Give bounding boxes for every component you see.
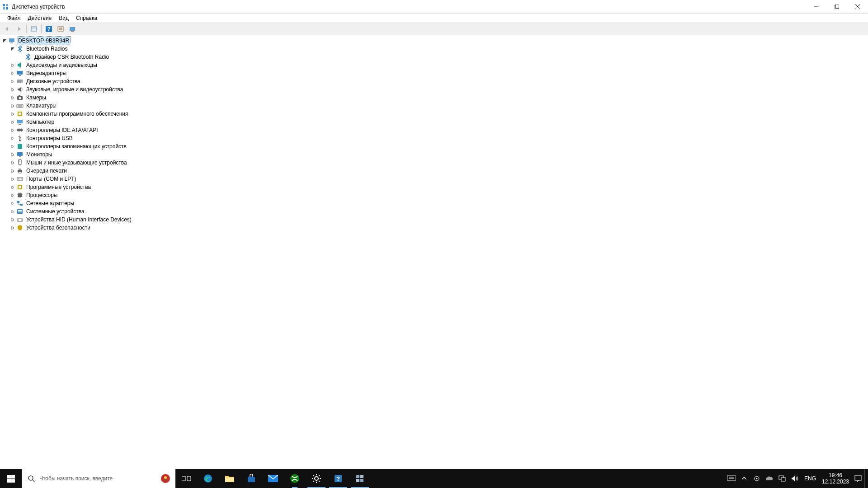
tree-expander-closed[interactable]	[10, 62, 15, 68]
tree-expander-closed[interactable]	[10, 225, 15, 230]
tray-notifications-icon[interactable]	[852, 469, 864, 488]
tree-node-category[interactable]: Bluetooth Radios	[10, 45, 868, 53]
taskbar-app-mail[interactable]	[262, 469, 284, 488]
show-desktop-button[interactable]	[864, 469, 867, 488]
tree-expander-closed[interactable]	[10, 152, 15, 157]
svg-rect-43	[17, 152, 23, 156]
tree-node-category[interactable]: Процессоры	[10, 191, 868, 199]
tree-expander-closed[interactable]	[10, 201, 15, 206]
menu-view[interactable]: Вид	[55, 14, 72, 22]
menu-file[interactable]: Файл	[4, 14, 24, 22]
scan-hardware-button[interactable]	[67, 23, 78, 34]
taskbar-app-device-manager[interactable]	[349, 469, 371, 488]
bluetooth-icon	[16, 45, 24, 52]
tree-label: Процессоры	[25, 191, 59, 199]
tree-expander-closed[interactable]	[10, 111, 15, 117]
software-icon	[16, 110, 24, 117]
security-icon	[16, 224, 24, 231]
search-box[interactable]: Чтобы начать поиск, введите	[22, 469, 175, 488]
tree-node-category[interactable]: Контроллеры запоминающих устройств	[10, 142, 868, 150]
tray-onedrive-icon[interactable]	[763, 469, 776, 488]
tray-overflow-icon[interactable]	[738, 469, 750, 488]
tree-expander-closed[interactable]	[10, 79, 15, 84]
tree-node-category[interactable]: Устройства HID (Human Interface Devices)	[10, 216, 868, 224]
toolbar-separator	[41, 24, 42, 33]
tray-location-icon[interactable]	[750, 469, 763, 488]
svg-rect-67	[18, 210, 22, 211]
tray-network-icon[interactable]	[776, 469, 788, 488]
start-button[interactable]	[0, 469, 22, 488]
tree-node-category[interactable]: Звуковые, игровые и видеоустройства	[10, 85, 868, 94]
tree-expander-closed[interactable]	[10, 95, 15, 100]
tree-expander-closed[interactable]	[10, 103, 15, 108]
back-button[interactable]	[2, 23, 13, 34]
device-tree[interactable]: DESKTOP-9B3R94RBluetooth RadiosДрайвер C…	[0, 35, 868, 469]
monitor-icon	[16, 151, 24, 158]
tree-node-category[interactable]: Контроллеры IDE ATA/ATAPI	[10, 126, 868, 134]
tree-expander-closed[interactable]	[10, 160, 15, 165]
tree-expander-closed[interactable]	[10, 127, 15, 133]
tree-expander-closed[interactable]	[10, 70, 15, 76]
tree-node-category[interactable]: Контроллеры USB	[10, 134, 868, 142]
taskbar-app-xbox[interactable]	[284, 469, 306, 488]
tree-expander-closed[interactable]	[10, 87, 15, 92]
tree-node-category[interactable]: Видеоадаптеры	[10, 69, 868, 77]
tree-node-category[interactable]: Порты (COM и LPT)	[10, 175, 868, 183]
tree-node-category[interactable]: Компоненты программного обеспечения	[10, 110, 868, 118]
svg-point-86	[290, 474, 299, 483]
tree-expander-closed[interactable]	[10, 192, 15, 198]
taskbar-app-store[interactable]	[241, 469, 262, 488]
help-button[interactable]: ?	[43, 23, 54, 34]
tray-volume-icon[interactable]	[788, 469, 801, 488]
tree-node-root[interactable]: DESKTOP-9B3R94R	[2, 37, 868, 45]
tree-label: Драйвер CSR Bluetooth Radio	[33, 53, 110, 61]
tree-label: Программные устройства	[25, 183, 92, 191]
tree-expander-closed[interactable]	[10, 184, 15, 190]
tree-node-category[interactable]: Клавиатуры	[10, 102, 868, 110]
tree-label: Контроллеры IDE ATA/ATAPI	[25, 126, 99, 134]
tree-expander-closed[interactable]	[10, 209, 15, 214]
tree-node-device[interactable]: Драйвер CSR Bluetooth Radio	[18, 53, 868, 61]
tree-expander-closed[interactable]	[10, 119, 15, 125]
tree-node-category[interactable]: Сетевые адаптеры	[10, 199, 868, 207]
tree-label: Мониторы	[25, 150, 53, 159]
tree-expander-closed[interactable]	[10, 144, 15, 149]
taskbar-app-edge[interactable]	[197, 469, 219, 488]
svg-rect-74	[7, 479, 11, 483]
close-button[interactable]	[847, 0, 868, 13]
tray-language[interactable]: ENG	[801, 469, 819, 488]
task-view-button[interactable]	[175, 469, 197, 488]
tree-node-category[interactable]: Мониторы	[10, 150, 868, 159]
forward-button[interactable]	[14, 23, 24, 34]
menu-action[interactable]: Действие	[24, 14, 56, 22]
taskbar-app-explorer[interactable]	[219, 469, 241, 488]
tree-expander-closed[interactable]	[10, 176, 15, 182]
tree-node-category[interactable]: Мыши и иные указывающие устройства	[10, 159, 868, 167]
tree-node-category[interactable]: Компьютер	[10, 118, 868, 126]
tree-expander-open[interactable]	[10, 46, 15, 52]
usb-icon	[16, 135, 24, 142]
svg-rect-84	[248, 477, 255, 482]
minimize-button[interactable]	[806, 0, 826, 13]
maximize-button[interactable]	[826, 0, 847, 13]
taskbar-app-tips[interactable]: ?	[327, 469, 349, 488]
tray-clock[interactable]: 19:46 12.12.2023	[819, 469, 852, 488]
menu-help[interactable]: Справка	[72, 14, 101, 22]
taskbar-app-settings[interactable]	[306, 469, 327, 488]
tree-expander-closed[interactable]	[10, 168, 15, 174]
tray-touch-keyboard-icon[interactable]	[725, 469, 738, 488]
tree-label: Устройства безопасности	[25, 224, 91, 232]
tree-node-category[interactable]: Дисковые устройства	[10, 77, 868, 85]
tree-expander-closed[interactable]	[10, 136, 15, 141]
tree-expander-closed[interactable]	[10, 217, 15, 222]
tree-node-category[interactable]: Программные устройства	[10, 183, 868, 191]
properties-button[interactable]	[55, 23, 66, 34]
tree-node-category[interactable]: Устройства безопасности	[10, 224, 868, 232]
show-hidden-button[interactable]	[28, 23, 39, 34]
tree-node-category[interactable]: Аудиовходы и аудиовыходы	[10, 61, 868, 69]
tree-node-category[interactable]: Очереди печати	[10, 167, 868, 175]
tree-label: Мыши и иные указывающие устройства	[25, 159, 128, 167]
tree-expander-open[interactable]	[2, 38, 7, 43]
tree-node-category[interactable]: Камеры	[10, 94, 868, 102]
tree-node-category[interactable]: Системные устройства	[10, 207, 868, 216]
